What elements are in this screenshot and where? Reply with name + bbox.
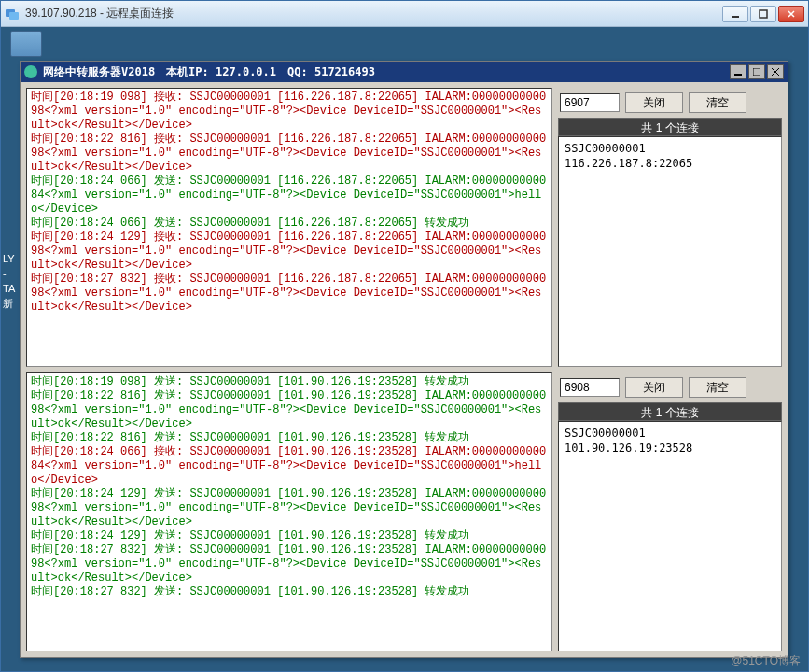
- log-pane-2[interactable]: 时间[20:18:19 098] 发送: SSJC00000001 [101.9…: [26, 372, 552, 651]
- log-line: 时间[20:18:24 129] 发送: SSJC00000001 [101.9…: [31, 487, 548, 529]
- log-line: 时间[20:18:27 832] 发送: SSJC00000001 [101.9…: [31, 543, 548, 585]
- panel-row-2: 时间[20:18:19 098] 发送: SSJC00000001 [101.9…: [26, 372, 782, 651]
- app-icon: [24, 65, 37, 78]
- app-minimize-button[interactable]: [730, 64, 746, 79]
- conn-item[interactable]: SSJC00000001 116.226.187.8:22065: [565, 141, 775, 171]
- panel-row-1: 时间[20:18:19 098] 接收: SSJC00000001 [116.2…: [26, 88, 782, 367]
- svg-rect-3: [760, 10, 767, 18]
- app-close-button[interactable]: [767, 64, 784, 79]
- log-line: 时间[20:18:24 129] 接收: SSJC00000001 [116.2…: [31, 231, 548, 273]
- rdp-titlebar[interactable]: 39.107.90.218 - 远程桌面连接: [1, 1, 808, 27]
- log-line: 时间[20:18:22 816] 发送: SSJC00000001 [101.9…: [31, 431, 548, 445]
- conn-header-2: 共 1 个连接: [558, 402, 782, 421]
- app-body: 时间[20:18:19 098] 接收: SSJC00000001 [116.2…: [21, 82, 788, 657]
- rdp-window: 39.107.90.218 - 远程桌面连接 LY-TA新 网络中转服务器V20…: [0, 0, 809, 672]
- remote-desktop-body: LY-TA新 网络中转服务器V2018 本机IP: 127.0.0.1 QQ: …: [1, 27, 808, 671]
- port-input-1[interactable]: [560, 93, 620, 112]
- close-port-button-2[interactable]: 关闭: [625, 377, 683, 398]
- minimize-button[interactable]: [722, 6, 748, 22]
- log-line: 时间[20:18:22 816] 接收: SSJC00000001 [116.2…: [31, 133, 548, 175]
- log-line: 时间[20:18:27 832] 接收: SSJC00000001 [116.2…: [31, 273, 548, 315]
- log-line: 时间[20:18:27 832] 发送: SSJC00000001 [101.9…: [31, 585, 548, 599]
- rdp-icon: [5, 7, 20, 21]
- log-line: 时间[20:18:19 098] 发送: SSJC00000001 [101.9…: [31, 375, 548, 389]
- svg-rect-4: [734, 74, 742, 76]
- svg-rect-5: [753, 68, 760, 76]
- side-pane-1: 关闭 清空 共 1 个连接 SSJC00000001 116.226.187.8…: [558, 88, 782, 367]
- log-line: 时间[20:18:24 066] 接收: SSJC00000001 [101.9…: [31, 445, 548, 487]
- rdp-title: 39.107.90.218 - 远程桌面连接: [25, 6, 722, 21]
- desktop-left-labels: LY-TA新: [3, 251, 15, 311]
- conn-list-2[interactable]: SSJC00000001 101.90.126.19:23528: [558, 421, 782, 651]
- log-pane-1[interactable]: 时间[20:18:19 098] 接收: SSJC00000001 [116.2…: [26, 88, 552, 367]
- log-line: 时间[20:18:24 129] 发送: SSJC00000001 [101.9…: [31, 529, 548, 543]
- app-window-buttons: [728, 64, 784, 79]
- maximize-button[interactable]: [750, 6, 776, 22]
- desktop-icon[interactable]: [10, 31, 42, 57]
- port-input-2[interactable]: [560, 378, 620, 397]
- conn-list-1[interactable]: SSJC00000001 116.226.187.8:22065: [558, 136, 782, 367]
- clear-log-button-1[interactable]: 清空: [689, 92, 746, 113]
- log-line: 时间[20:18:24 066] 发送: SSJC00000001 [116.2…: [31, 217, 548, 231]
- desktop-icons: [10, 31, 42, 57]
- conn-item[interactable]: SSJC00000001 101.90.126.19:23528: [565, 426, 775, 455]
- app-titlebar[interactable]: 网络中转服务器V2018 本机IP: 127.0.0.1 QQ: 5172164…: [21, 62, 788, 82]
- svg-rect-2: [732, 16, 739, 18]
- app-maximize-button[interactable]: [748, 64, 765, 79]
- side-controls-1: 关闭 清空: [558, 88, 782, 118]
- side-controls-2: 关闭 清空: [558, 372, 782, 402]
- side-pane-2: 关闭 清空 共 1 个连接 SSJC00000001 101.90.126.19…: [558, 372, 782, 651]
- log-line: 时间[20:18:24 066] 发送: SSJC00000001 [116.2…: [31, 175, 548, 217]
- window-buttons: [722, 6, 804, 22]
- watermark: @51CTO博客: [731, 653, 801, 669]
- close-button[interactable]: [778, 6, 804, 22]
- app-title: 网络中转服务器V2018 本机IP: 127.0.0.1 QQ: 5172164…: [43, 64, 728, 80]
- close-port-button-1[interactable]: 关闭: [625, 92, 683, 113]
- log-line: 时间[20:18:22 816] 发送: SSJC00000001 [101.9…: [31, 389, 548, 431]
- svg-rect-1: [9, 12, 19, 20]
- app-window: 网络中转服务器V2018 本机IP: 127.0.0.1 QQ: 5172164…: [20, 61, 788, 658]
- conn-header-1: 共 1 个连接: [558, 118, 782, 136]
- log-line: 时间[20:18:19 098] 接收: SSJC00000001 [116.2…: [31, 91, 548, 133]
- clear-log-button-2[interactable]: 清空: [689, 377, 746, 398]
